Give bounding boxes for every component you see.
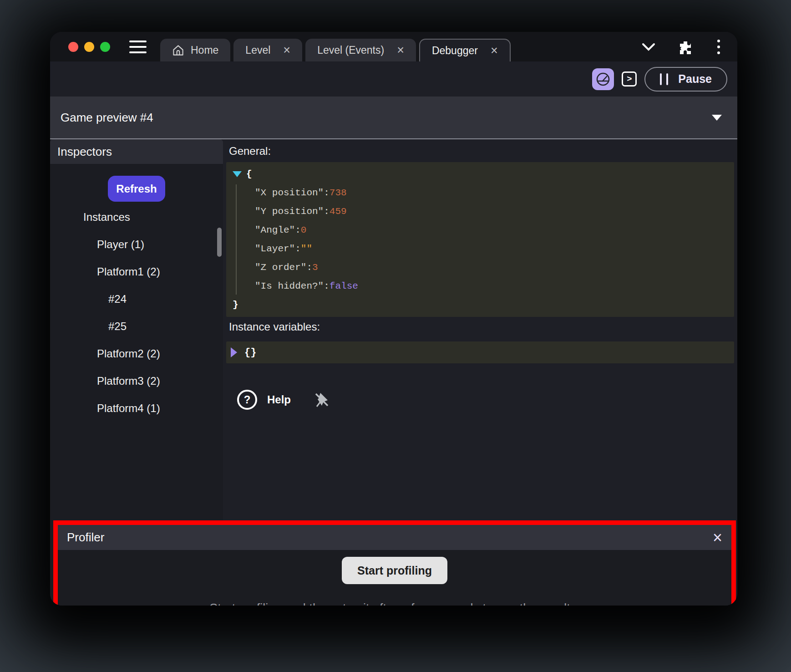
json-value: 459 xyxy=(330,202,347,221)
window-controls xyxy=(50,32,110,61)
debugger-content: Inspectors Refresh Instances Player (1) … xyxy=(50,139,737,606)
tab-label: Home xyxy=(191,44,218,56)
profiler-panel: Profiler × Start profiling Start profili… xyxy=(53,520,736,606)
tree-item-instance-25[interactable]: #25 xyxy=(50,313,223,340)
json-key: "Angle" xyxy=(255,221,295,239)
home-icon xyxy=(172,44,184,56)
tree-item-player[interactable]: Player (1) xyxy=(50,231,223,258)
inspectors-header: Inspectors xyxy=(50,139,223,164)
variables-value: {} xyxy=(244,347,256,358)
tree-item-platform1[interactable]: Platform1 (2) xyxy=(50,258,223,285)
json-key: "Z order" xyxy=(255,258,306,277)
tab-home[interactable]: Home xyxy=(160,39,230,61)
profiler-gauge-button[interactable] xyxy=(592,68,614,90)
close-tab-icon[interactable]: × xyxy=(491,45,498,57)
tabs: Home Level × Level (Events) × Debugger × xyxy=(160,32,514,61)
json-entry-angle: "Angle" : 0 xyxy=(226,221,734,239)
close-window-button[interactable] xyxy=(68,42,78,52)
more-options-icon[interactable] xyxy=(715,38,722,56)
help-button[interactable]: ? Help xyxy=(237,390,291,410)
json-value: "" xyxy=(301,239,312,258)
start-profiling-button[interactable]: Start profiling xyxy=(342,557,447,584)
help-icon: ? xyxy=(237,390,257,410)
json-value: 738 xyxy=(330,183,347,202)
tab-debugger[interactable]: Debugger × xyxy=(419,39,511,61)
refresh-button[interactable]: Refresh xyxy=(108,176,165,202)
json-value: 0 xyxy=(301,221,307,239)
json-entry-x-position: "X position" : 738 xyxy=(226,183,734,202)
json-open-brace: { xyxy=(246,165,252,183)
close-profiler-icon[interactable]: × xyxy=(713,529,722,546)
minimize-window-button[interactable] xyxy=(84,42,94,52)
json-key: "Layer" xyxy=(255,239,295,258)
console-button[interactable]: > xyxy=(622,71,637,87)
tree-item-platform3[interactable]: Platform3 (2) xyxy=(50,367,223,395)
profiler-header: Profiler × xyxy=(58,525,731,550)
profiler-title: Profiler xyxy=(67,530,104,545)
instance-variables-label: Instance variables: xyxy=(229,321,734,333)
tree-item-instance-24[interactable]: #24 xyxy=(50,285,223,313)
json-value: 3 xyxy=(312,258,318,277)
tab-label: Level xyxy=(245,44,270,56)
expand-arrow-icon[interactable] xyxy=(231,347,237,357)
json-entry-is-hidden: "Is hidden?" : false xyxy=(226,277,734,295)
help-row: ? Help xyxy=(226,387,734,412)
tab-label: Level (Events) xyxy=(317,44,384,56)
profiler-hint-text: Start profiling and then stop it after a… xyxy=(209,601,579,606)
tree-root-instances[interactable]: Instances xyxy=(50,204,223,231)
json-entry-layer: "Layer" : "" xyxy=(226,239,734,258)
dropdown-arrow-icon xyxy=(712,115,722,121)
json-key: "Y position" xyxy=(255,202,324,221)
tab-level-events[interactable]: Level (Events) × xyxy=(305,39,416,61)
tab-bar: Home Level × Level (Events) × Debugger × xyxy=(50,32,737,61)
json-key: "X position" xyxy=(255,183,324,202)
pause-icon xyxy=(660,73,668,85)
tree-item-platform4[interactable]: Platform4 (1) xyxy=(50,395,223,422)
game-preview-selector[interactable]: Game preview #4 xyxy=(50,97,737,139)
json-close-brace: } xyxy=(233,295,238,314)
tree-item-platform2[interactable]: Platform2 (2) xyxy=(50,340,223,367)
main-menu-icon[interactable] xyxy=(129,41,147,53)
app-window: Home Level × Level (Events) × Debugger × xyxy=(50,32,737,606)
json-value: false xyxy=(330,277,358,295)
general-section-label: General: xyxy=(229,145,734,158)
extensions-puzzle-icon[interactable] xyxy=(678,40,693,54)
pause-button[interactable]: Pause xyxy=(644,67,727,92)
console-icon: > xyxy=(627,74,632,84)
chevron-down-icon[interactable] xyxy=(642,43,655,51)
json-key: "Is hidden?" xyxy=(255,277,324,295)
help-label: Help xyxy=(267,393,291,406)
pause-button-label: Pause xyxy=(678,72,712,86)
profiler-body: Start profiling Start profiling and then… xyxy=(58,550,731,606)
close-tab-icon[interactable]: × xyxy=(283,44,290,56)
tab-level[interactable]: Level × xyxy=(233,39,302,61)
gauge-icon xyxy=(595,71,611,87)
instances-tree: Instances Player (1) Platform1 (2) #24 #… xyxy=(50,204,223,422)
sidebar-scrollbar-thumb[interactable] xyxy=(217,228,222,257)
zoom-window-button[interactable] xyxy=(100,42,110,52)
instance-variables-json-view: {} xyxy=(226,341,734,363)
json-entry-y-position: "Y position" : 459 xyxy=(226,202,734,221)
pin-off-icon[interactable] xyxy=(313,391,331,409)
topbar-right-icons xyxy=(642,38,737,56)
collapse-arrow-icon[interactable] xyxy=(233,171,242,177)
general-json-view: { "X position" : 738 "Y position" : 459 … xyxy=(226,162,734,317)
game-preview-title: Game preview #4 xyxy=(61,111,153,125)
json-entry-z-order: "Z order" : 3 xyxy=(226,258,734,277)
close-tab-icon[interactable]: × xyxy=(397,44,404,56)
tab-label: Debugger xyxy=(432,45,478,57)
debugger-toolbar: > Pause xyxy=(50,61,737,97)
